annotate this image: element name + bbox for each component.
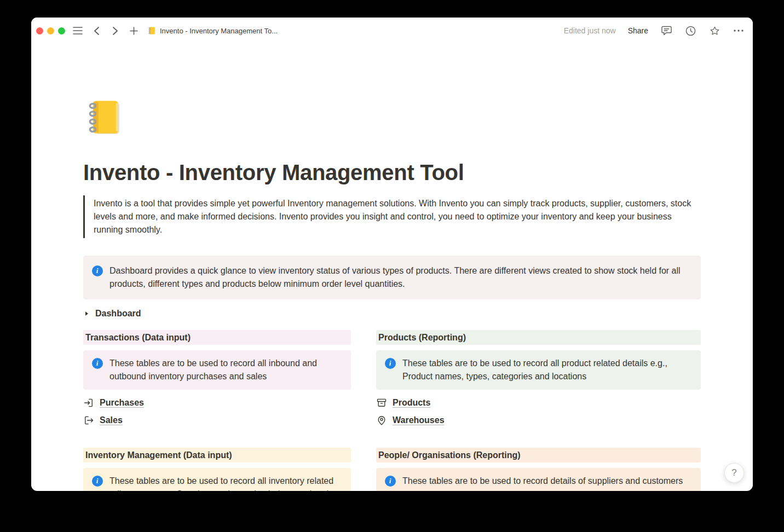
comments-icon[interactable] <box>660 25 672 37</box>
current-page-tab[interactable]: Invento - Inventory Management To... <box>147 26 278 35</box>
info-icon: i <box>385 358 396 369</box>
info-icon: i <box>92 265 103 276</box>
window-controls <box>36 27 65 34</box>
people-callout-text: These tables are to be used to record de… <box>402 475 683 488</box>
products-callout: i These tables are to be used to record … <box>376 350 701 390</box>
info-icon: i <box>92 358 103 369</box>
link-purchases-label: Purchases <box>100 398 144 408</box>
archive-box-icon <box>376 397 387 408</box>
people-heading: People/ Organisations (Reporting) <box>376 448 701 462</box>
info-icon: i <box>385 476 396 487</box>
link-purchases[interactable]: Purchases <box>83 394 351 412</box>
transactions-column: Transactions (Data input) i These tables… <box>83 330 351 429</box>
people-column: People/ Organisations (Reporting) i Thes… <box>376 448 701 491</box>
history-icon[interactable] <box>684 25 696 37</box>
page-scroll-area[interactable]: Invento - Inventory Management Tool Inve… <box>31 44 753 491</box>
info-icon: i <box>92 476 103 487</box>
sidebar-menu-icon[interactable] <box>72 25 84 37</box>
link-warehouses-label: Warehouses <box>393 415 445 425</box>
import-icon <box>83 397 94 408</box>
zoom-button[interactable] <box>58 27 65 34</box>
inventory-callout: i These tables are to be used to record … <box>83 468 351 491</box>
dashboard-toggle[interactable]: Dashboard <box>83 306 701 321</box>
help-button[interactable]: ? <box>724 463 744 483</box>
window-title: Invento - Inventory Management To... <box>160 27 278 35</box>
products-heading: Products (Reporting) <box>376 330 701 345</box>
page-notebook-icon[interactable] <box>83 97 124 137</box>
app-window: Invento - Inventory Management To... Edi… <box>31 18 753 491</box>
link-sales-label: Sales <box>100 415 123 425</box>
more-options-icon[interactable] <box>733 25 745 37</box>
link-warehouses[interactable]: Warehouses <box>376 412 701 429</box>
inventory-heading: Inventory Management (Data input) <box>83 448 351 462</box>
inventory-callout-text: These tables are to be used to record al… <box>109 475 342 491</box>
dashboard-toggle-label: Dashboard <box>95 309 141 319</box>
page-title: Invento - Inventory Management Tool <box>83 159 701 186</box>
edited-status: Edited just now <box>564 26 616 35</box>
transactions-heading: Transactions (Data input) <box>83 330 351 345</box>
dashboard-callout-text: Dashboard provides a quick glance to vie… <box>109 264 692 291</box>
people-callout: i These tables are to be used to record … <box>376 468 701 491</box>
titlebar-actions: Edited just now Share <box>564 25 745 37</box>
toggle-triangle-icon <box>83 310 90 317</box>
forward-icon[interactable] <box>109 25 121 37</box>
back-icon[interactable] <box>90 25 102 37</box>
close-button[interactable] <box>36 27 43 34</box>
products-callout-text: These tables are to be used to record al… <box>402 357 692 383</box>
link-sales[interactable]: Sales <box>83 412 351 429</box>
products-column: Products (Reporting) i These tables are … <box>376 330 701 429</box>
minimize-button[interactable] <box>47 27 54 34</box>
transactions-callout: i These tables are to be used to record … <box>83 350 351 390</box>
link-products-label: Products <box>393 398 430 408</box>
export-icon <box>83 415 94 426</box>
transactions-callout-text: These tables are to be used to record al… <box>109 357 342 383</box>
link-products[interactable]: Products <box>376 394 701 412</box>
notebook-emoji-icon <box>147 26 156 35</box>
inventory-column: Inventory Management (Data input) i Thes… <box>83 448 351 491</box>
new-tab-icon[interactable] <box>128 25 140 37</box>
share-button[interactable]: Share <box>628 26 648 35</box>
titlebar: Invento - Inventory Management To... Edi… <box>31 18 753 44</box>
favorite-star-icon[interactable] <box>708 25 720 37</box>
intro-quote: Invento is a tool that provides simple y… <box>83 195 701 238</box>
dashboard-callout: i Dashboard provides a quick glance to v… <box>83 256 701 299</box>
location-pin-icon <box>376 415 387 426</box>
